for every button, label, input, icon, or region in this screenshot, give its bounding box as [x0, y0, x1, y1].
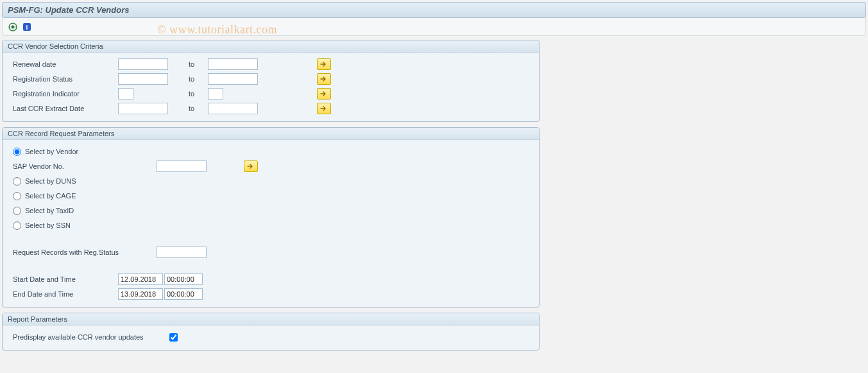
label-sap-vendor-no: SAP Vendor No.	[9, 162, 157, 170]
multiple-selection-button[interactable]	[317, 88, 331, 100]
label-start-date-time: Start Date and Time	[9, 275, 118, 283]
input-sap-vendor-no[interactable]	[157, 160, 207, 172]
checkbox-predisplay[interactable]	[169, 333, 178, 342]
page-title: PSM-FG: Update CCR Vendors	[8, 5, 860, 15]
radio-select-by-ssn[interactable]: Select by SSN	[9, 221, 71, 230]
multiple-selection-button[interactable]	[244, 160, 258, 172]
input-last-ccr-extract-to[interactable]	[208, 103, 258, 114]
label-last-ccr-extract: Last CCR Extract Date	[9, 105, 118, 112]
row-sap-vendor-no: SAP Vendor No.	[9, 159, 532, 173]
radio-select-by-taxid-input[interactable]	[13, 207, 21, 215]
execute-icon[interactable]	[8, 22, 18, 32]
label-to: to	[177, 60, 208, 68]
label-registration-indicator: Registration Indicator	[9, 90, 118, 98]
label-predisplay: Predisplay available CCR vendor updates	[9, 333, 157, 341]
row-start-date-time: Start Date and Time	[9, 272, 532, 286]
group-record-request-title: CCR Record Request Parameters	[3, 128, 539, 140]
input-end-date[interactable]	[118, 288, 163, 300]
input-registration-indicator-to[interactable]	[208, 88, 223, 100]
input-last-ccr-extract-from[interactable]	[118, 103, 168, 114]
group-vendor-selection: CCR Vendor Selection Criteria Renewal da…	[2, 40, 540, 122]
row-registration-indicator: Registration Indicator to	[9, 87, 532, 101]
input-start-time[interactable]	[164, 273, 203, 285]
radio-select-by-taxid[interactable]: Select by TaxID	[9, 207, 74, 215]
radio-select-by-taxid-label: Select by TaxID	[25, 207, 74, 214]
multiple-selection-button[interactable]	[317, 103, 331, 114]
radio-select-by-ssn-label: Select by SSN	[25, 221, 71, 229]
label-to: to	[177, 105, 208, 112]
label-to: to	[177, 90, 208, 98]
row-registration-status: Registration Status to	[9, 72, 532, 86]
multiple-selection-button[interactable]	[317, 73, 331, 85]
input-registration-status-from[interactable]	[118, 73, 168, 85]
radio-select-by-vendor[interactable]: Select by Vendor	[9, 148, 78, 156]
group-report-parameters-title: Report Parameters	[3, 313, 539, 325]
radio-select-by-cage-label: Select by CAGE	[25, 192, 76, 200]
label-request-reg-status: Request Records with Reg.Status	[9, 248, 157, 256]
row-renewal-date: Renewal date to	[9, 57, 532, 71]
svg-point-1	[12, 25, 15, 28]
radio-select-by-vendor-label: Select by Vendor	[25, 148, 78, 155]
input-renewal-date-from[interactable]	[118, 58, 168, 70]
radio-select-by-ssn-input[interactable]	[13, 221, 21, 230]
input-start-date[interactable]	[118, 273, 163, 285]
toolbar: i	[2, 18, 866, 36]
radio-select-by-duns-label: Select by DUNS	[25, 177, 76, 185]
row-predisplay: Predisplay available CCR vendor updates	[9, 330, 532, 344]
label-renewal-date: Renewal date	[9, 60, 118, 68]
row-last-ccr-extract: Last CCR Extract Date to	[9, 101, 532, 116]
group-vendor-selection-title: CCR Vendor Selection Criteria	[3, 40, 539, 53]
info-icon[interactable]: i	[22, 22, 32, 32]
group-report-parameters: Report Parameters Predisplay available C…	[2, 313, 540, 351]
multiple-selection-button[interactable]	[317, 58, 331, 70]
label-end-date-time: End Date and Time	[9, 290, 118, 298]
label-to: to	[177, 75, 208, 83]
input-renewal-date-to[interactable]	[208, 58, 258, 70]
content-area: CCR Vendor Selection Criteria Renewal da…	[2, 40, 866, 351]
title-bar: PSM-FG: Update CCR Vendors	[2, 2, 866, 18]
row-request-reg-status: Request Records with Reg.Status	[9, 245, 532, 259]
input-end-time[interactable]	[164, 288, 203, 300]
radio-select-by-cage[interactable]: Select by CAGE	[9, 192, 76, 200]
group-record-request: CCR Record Request Parameters Select by …	[2, 127, 540, 308]
radio-select-by-cage-input[interactable]	[13, 192, 21, 200]
row-end-date-time: End Date and Time	[9, 287, 532, 301]
input-registration-indicator-from[interactable]	[118, 88, 133, 100]
radio-select-by-vendor-input[interactable]	[13, 148, 21, 156]
input-request-reg-status[interactable]	[157, 247, 207, 258]
svg-text:i: i	[26, 24, 28, 31]
input-registration-status-to[interactable]	[208, 73, 258, 85]
radio-select-by-duns[interactable]: Select by DUNS	[9, 177, 76, 186]
label-registration-status: Registration Status	[9, 75, 118, 83]
radio-select-by-duns-input[interactable]	[13, 177, 21, 186]
